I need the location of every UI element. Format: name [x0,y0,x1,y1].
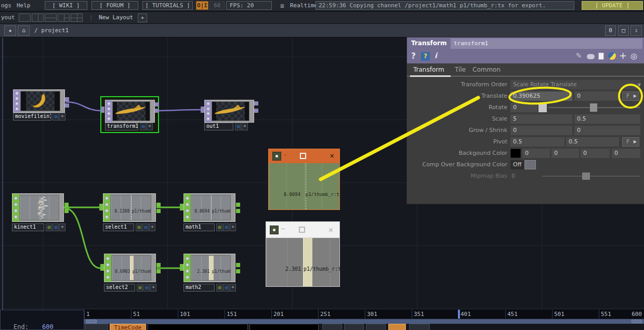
node-color-button[interactable] [143,284,150,292]
scale-x-field[interactable]: 5 [510,114,572,124]
pencil-icon[interactable]: ✎ [576,51,582,60]
lock-flag-icon[interactable] [186,215,189,219]
new-layout-label[interactable]: New Layout [99,14,133,21]
frame-ruler[interactable]: 1 51 101 151 201 251 301 351 401 451 501… [84,310,644,319]
pane-count-button[interactable]: 0 [605,25,616,36]
input-connector[interactable] [99,204,103,210]
lock-flag-icon[interactable] [186,275,189,279]
mipmap-slider-track[interactable] [542,176,640,177]
node-viewer-button[interactable] [216,223,222,231]
node-select1[interactable]: 0.1388 p1/thumb_r [103,193,156,222]
node-out1[interactable] [204,100,254,123]
operator-name-field[interactable]: transform1 [451,38,642,49]
window-titlebar[interactable]: — ✕ [266,222,339,238]
node-flag-strip[interactable] [106,100,112,122]
input-connector[interactable] [180,264,183,271]
output-connector[interactable] [155,109,159,113]
node-flag-strip[interactable] [205,100,212,122]
background-color-b-field[interactable]: 0 [581,149,610,158]
comment-icon[interactable] [587,54,595,59]
comp-over-toggle-handle[interactable] [524,160,536,169]
bypass-flag-icon[interactable] [186,269,189,273]
output-connector[interactable] [254,101,258,105]
clone-flag-icon[interactable] [106,263,110,267]
info-icon[interactable]: i [435,51,437,60]
help-icon[interactable]: ? [411,51,416,61]
frame-display-field[interactable] [249,324,319,330]
lock-flag-icon[interactable] [107,117,111,121]
clone-flag-icon[interactable] [105,203,109,206]
rotate-slider-handle[interactable] [590,103,597,112]
window-titlebar[interactable]: - ✕ [269,149,339,163]
node-name-select1[interactable]: select1 [103,223,134,231]
node-name-out1[interactable]: out1 [204,123,233,130]
channel-viewer-window-1[interactable]: - ✕ 0.0694 p1/thumb_r:tx [268,149,340,210]
mipmap-slider-handle[interactable] [582,173,590,180]
channel-viewer-window-2[interactable]: — ✕ 2.301 p1/thumb_r:tz [266,221,340,287]
node-add-button[interactable]: + [150,284,156,292]
viewer-flag-icon[interactable] [15,91,19,95]
node-add-button[interactable]: + [230,223,236,231]
layout-preset-three-icon[interactable] [58,14,70,22]
scrollbar-left-grip[interactable]: ⋮⋮⋮ [86,320,97,323]
python-help-icon[interactable]: ? [421,52,430,61]
node-add-button[interactable]: + [59,223,65,231]
node-flag-strip[interactable] [14,90,20,112]
node-viewer-button[interactable] [136,223,142,231]
output-connector[interactable] [65,97,69,101]
background-color-g-field[interactable]: 0 [551,149,579,158]
node-transform1[interactable] [105,100,155,123]
transport-button[interactable] [344,324,364,330]
viewer-flag-icon[interactable] [105,196,109,200]
comp-over-toggle-label[interactable]: Off [510,160,524,169]
node-color-button[interactable] [235,123,241,130]
timecode-button[interactable]: TimeCode [110,324,146,330]
output-connector[interactable] [64,209,69,213]
node-name-transform1[interactable]: transform1 [105,123,138,130]
window-minimize-icon[interactable]: — [281,225,285,232]
lock-flag-icon[interactable] [206,117,210,121]
bypass-flag-icon[interactable] [106,269,110,273]
node-select2[interactable]: 0.6903 p1/thumb_r [104,254,156,282]
bypass-flag-icon[interactable] [14,209,18,213]
copy-parameters-icon[interactable] [598,52,604,60]
update-button[interactable]: [ UPDATE ] [582,1,643,10]
timeline-scrollbar[interactable]: ⋮⋮⋮ ⋮⋮⋮ [84,319,644,324]
play-button[interactable] [388,324,406,330]
timeline-mode-button[interactable] [85,324,108,330]
lock-flag-icon[interactable] [106,275,110,279]
scale-y-field[interactable]: 0.5 [574,114,640,124]
pivot-x-field[interactable]: 0.5 [510,137,564,147]
layout-preset-vsplit-icon[interactable] [32,14,44,22]
node-moviefilein1[interactable] [13,89,65,113]
window-maximize-icon[interactable] [299,227,305,233]
bypass-flag-icon[interactable] [15,102,19,105]
node-add-button[interactable]: + [59,113,65,121]
output-connector[interactable] [65,103,69,108]
bypass-flag-icon[interactable] [206,112,210,115]
home-icon[interactable]: ⌂ [18,25,30,36]
python-mode-icon[interactable] [608,52,616,60]
menu-dialogs[interactable]: ogs [1,2,11,9]
node-viewer-button[interactable] [137,284,143,292]
node-math1[interactable]: 0.0694 p1/thumb_r [183,193,235,222]
node-color-button[interactable] [223,223,229,231]
node-flag-strip[interactable] [184,254,191,282]
rotate-field[interactable]: 0 [510,103,537,112]
window-close-icon[interactable]: ✕ [330,151,334,160]
output-connector[interactable] [156,203,161,207]
pivot-expand-button[interactable]: F ▶ [622,137,639,147]
layout-preset-single-icon[interactable] [19,14,31,22]
clone-flag-icon[interactable] [186,203,189,206]
node-add-button[interactable]: + [242,123,248,130]
translate-y-field[interactable]: 0 [574,91,620,101]
bypass-flag-icon[interactable] [186,209,189,213]
node-color-button[interactable] [52,223,59,231]
layout-preset-hsplit-icon[interactable] [45,14,57,22]
menu-help[interactable]: Help [17,2,31,9]
bypass-flag-icon[interactable] [107,112,111,115]
window-close-icon[interactable]: ✕ [328,225,333,234]
input-connector[interactable] [100,264,104,271]
midi-io-button[interactable]: O|I [196,1,208,10]
scrollbar-right-grip[interactable]: ⋮⋮⋮ [632,320,642,323]
